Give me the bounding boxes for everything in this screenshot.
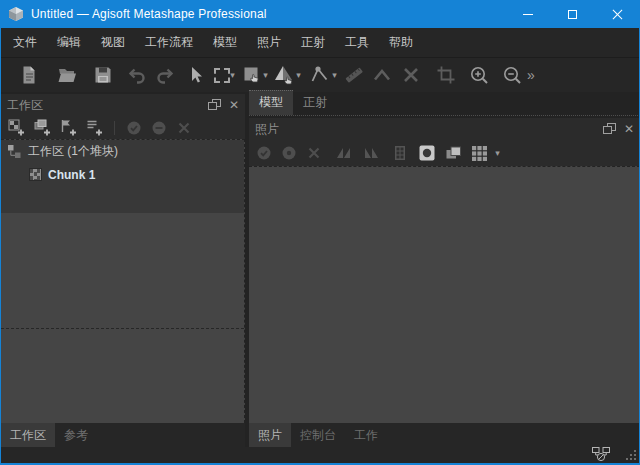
minimize-icon: [523, 14, 533, 15]
document-tabs: 模型 正射: [249, 94, 640, 116]
model-rotate-dropdown-icon[interactable]: ▾: [294, 70, 303, 80]
menu-edit[interactable]: 编辑: [47, 30, 91, 55]
thumbnail-size-dropdown-icon[interactable]: ▾: [493, 148, 502, 158]
select-cursor-icon[interactable]: [184, 62, 206, 88]
add-chunk-icon[interactable]: [8, 119, 25, 136]
crop-icon[interactable]: [435, 62, 457, 88]
remove-icon[interactable]: [306, 145, 322, 161]
open-project-icon[interactable]: [56, 62, 78, 88]
right-dock: 模型 正射 照片 ✕: [249, 94, 640, 423]
polyline-icon[interactable]: [371, 62, 393, 88]
layers-icon[interactable]: [445, 145, 462, 161]
enable-icon[interactable]: [126, 120, 142, 136]
navigation-dropdown-icon[interactable]: ▾: [261, 70, 270, 80]
menu-model[interactable]: 模型: [203, 30, 247, 55]
maximize-button[interactable]: [550, 0, 595, 28]
close-pane-icon[interactable]: ✕: [229, 99, 239, 111]
tab-jobs[interactable]: 工作: [345, 423, 387, 448]
menu-photo[interactable]: 照片: [247, 30, 291, 55]
float-pane-icon[interactable]: [603, 123, 616, 135]
remove-icon[interactable]: [176, 120, 192, 136]
close-button[interactable]: [595, 0, 640, 28]
zoom-in-icon[interactable]: [468, 62, 490, 88]
rotate-cw-icon[interactable]: [362, 145, 380, 161]
ruler-icon[interactable]: [343, 62, 365, 88]
tab-ortho[interactable]: 正射: [293, 91, 337, 115]
workspace-root-icon: [7, 144, 22, 159]
tab-workspace[interactable]: 工作区: [1, 423, 55, 448]
workspace-pane: 工作区 ✕: [1, 94, 245, 423]
zoom-out-icon[interactable]: [501, 62, 523, 88]
tab-model[interactable]: 模型: [249, 90, 293, 115]
marker-dropdown-icon[interactable]: ▾: [330, 70, 339, 80]
navigation-pan-icon[interactable]: [241, 62, 263, 88]
left-dock-tabbar: 工作区 参考: [1, 423, 245, 447]
tab-console[interactable]: 控制台: [291, 423, 345, 448]
workspace-tree: 工作区 (1个堆块) Chunk 1: [1, 139, 245, 423]
menu-file[interactable]: 文件: [3, 30, 47, 55]
redo-icon[interactable]: [154, 62, 176, 88]
photos-pane: 照片 ✕: [249, 118, 640, 423]
workspace-pane-title: 工作区: [7, 97, 43, 114]
bottom-dock-tabbar: 照片 控制台 工作: [249, 423, 640, 447]
tree-item-chunk[interactable]: Chunk 1: [1, 163, 244, 186]
workspace-toolbar: [1, 116, 245, 139]
import-reference-icon[interactable]: [86, 119, 103, 136]
network-disconnected-icon: [591, 446, 611, 462]
workspace-pane-header: 工作区 ✕: [1, 94, 245, 116]
disable-icon[interactable]: [151, 120, 167, 136]
metashape-window: Untitled — Agisoft Metashape Professiona…: [0, 0, 640, 465]
photos-pane-header: 照片 ✕: [249, 118, 640, 140]
window-title: Untitled — Agisoft Metashape Professiona…: [31, 7, 267, 21]
enable-icon[interactable]: [256, 145, 272, 161]
chunk-icon: [29, 168, 42, 181]
rotate-ccw-icon[interactable]: [335, 145, 353, 161]
tree-item-workspace-root[interactable]: 工作区 (1个堆块): [1, 140, 244, 163]
float-pane-icon[interactable]: [208, 99, 221, 111]
filmstrip-icon[interactable]: [393, 145, 407, 161]
toolbar-overflow-icon[interactable]: »: [527, 67, 535, 83]
photos-pane-title: 照片: [255, 121, 279, 138]
add-marker-icon[interactable]: [60, 119, 77, 136]
menu-view[interactable]: 视图: [91, 30, 135, 55]
disable-icon[interactable]: [281, 145, 297, 161]
close-icon: [612, 9, 623, 20]
model-rotate-icon[interactable]: [272, 62, 296, 88]
status-bar: [1, 447, 639, 463]
close-pane-icon[interactable]: ✕: [624, 123, 634, 135]
menu-ortho[interactable]: 正射: [291, 30, 335, 55]
maximize-icon: [568, 10, 577, 19]
titlebar[interactable]: Untitled — Agisoft Metashape Professiona…: [0, 0, 640, 28]
tab-reference[interactable]: 参考: [55, 423, 97, 448]
undo-icon[interactable]: [126, 62, 148, 88]
menu-workflow[interactable]: 工作流程: [135, 30, 203, 55]
tab-photos[interactable]: 照片: [249, 423, 291, 448]
delete-icon[interactable]: [400, 62, 422, 88]
new-document-icon[interactable]: [18, 62, 40, 88]
menu-help[interactable]: 帮助: [379, 30, 423, 55]
marker-angle-icon[interactable]: [308, 62, 332, 88]
photos-toolbar: ▾: [249, 140, 640, 166]
image-view-icon[interactable]: [418, 144, 436, 162]
menubar: 文件 编辑 视图 工作流程 模型 照片 正射 工具 帮助: [1, 28, 639, 58]
tree-root-label: 工作区 (1个堆块): [28, 143, 118, 160]
minimize-button[interactable]: [505, 0, 550, 28]
thumbnail-grid-icon[interactable]: [471, 145, 488, 162]
save-icon[interactable]: [92, 62, 114, 88]
left-dock-splitter[interactable]: [1, 328, 244, 329]
add-photos-icon[interactable]: [34, 119, 51, 136]
resize-grip[interactable]: [626, 450, 636, 460]
chunk-label: Chunk 1: [48, 168, 95, 182]
main-toolbar: ▾ ▾ ▾ ▾ »: [1, 58, 639, 92]
app-logo-icon: [8, 6, 24, 22]
photos-content-area[interactable]: [249, 166, 640, 423]
rectangle-selection-dropdown-icon[interactable]: ▾: [228, 70, 237, 80]
menu-tools[interactable]: 工具: [335, 30, 379, 55]
